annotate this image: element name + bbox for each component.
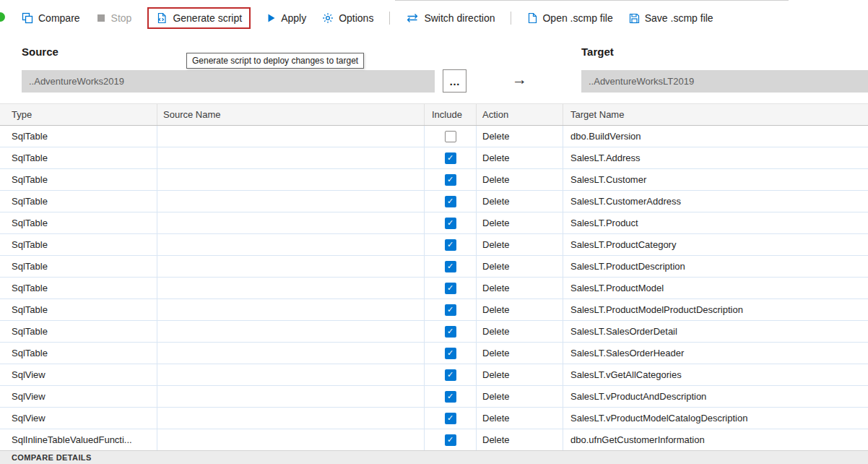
action-cell: Delete [477, 256, 563, 277]
target-name-cell: SalesLT.vProductAndDescription [563, 386, 868, 407]
action-cell: Delete [477, 299, 563, 320]
compare-details-panel-header[interactable]: COMPARE DETAILS [0, 450, 868, 464]
toolbar-separator [511, 12, 511, 25]
type-cell: SqlTable [0, 343, 157, 364]
table-row[interactable]: SqlTable✓DeleteSalesLT.ProductDescriptio… [0, 256, 868, 278]
target-input[interactable]: ..AdventureWorksLT2019 [581, 70, 868, 93]
source-name-cell [157, 212, 425, 233]
source-name-cell [157, 299, 425, 320]
stop-button-label: Stop [111, 12, 132, 24]
source-name-cell [157, 429, 425, 450]
include-cell: ✓ [425, 147, 477, 168]
type-cell: SqlTable [0, 299, 157, 320]
target-name-cell: dbo.ufnGetCustomerInformation [563, 429, 868, 450]
include-cell: ✓ [425, 256, 477, 277]
target-name-cell: SalesLT.Product [563, 212, 868, 233]
include-checkbox[interactable]: ✓ [445, 174, 456, 186]
include-cell: ✓ [425, 278, 477, 298]
direction-arrow-icon: → [512, 71, 527, 88]
column-header-action: Action [477, 104, 563, 125]
include-checkbox[interactable]: ✓ [445, 348, 456, 359]
include-checkbox[interactable]: ✓ [445, 261, 456, 272]
table-row[interactable]: SqlTable✓DeleteSalesLT.SalesOrderHeader [0, 343, 868, 364]
source-name-cell [157, 364, 425, 385]
target-name-cell: SalesLT.SalesOrderDetail [563, 321, 868, 342]
stop-icon [96, 13, 106, 23]
stop-button[interactable]: Stop [96, 12, 132, 24]
include-cell: ✓ [425, 234, 477, 255]
target-name-cell: SalesLT.ProductModelProductDescription [563, 299, 868, 320]
include-checkbox[interactable]: ✓ [445, 304, 456, 316]
source-name-cell [157, 278, 425, 298]
action-cell: Delete [477, 386, 563, 407]
options-button[interactable]: Options [322, 12, 373, 24]
source-name-cell [157, 169, 425, 190]
table-row[interactable]: SqlInlineTableValuedFuncti...✓Deletedbo.… [0, 429, 868, 451]
target-label: Target [581, 46, 614, 58]
table-row[interactable]: SqlTable✓DeleteSalesLT.Address [0, 147, 868, 169]
type-cell: SqlTable [0, 191, 157, 212]
action-cell: Delete [477, 147, 563, 168]
include-checkbox[interactable]: ✓ [445, 391, 456, 403]
switch-direction-button[interactable]: Switch direction [406, 12, 495, 24]
table-row[interactable]: SqlView✓DeleteSalesLT.vProductModelCatal… [0, 408, 868, 429]
target-name-cell: SalesLT.SalesOrderHeader [563, 343, 868, 364]
generate-script-button-label: Generate script [173, 12, 242, 24]
include-checkbox[interactable]: ✓ [445, 326, 456, 338]
type-cell: SqlTable [0, 147, 157, 168]
target-name-cell: SalesLT.ProductCategory [563, 234, 868, 255]
table-row[interactable]: SqlTable✓DeleteSalesLT.ProductModel [0, 278, 868, 299]
include-checkbox[interactable]: ✓ [445, 283, 456, 294]
open-scmp-file-button[interactable]: Open .scmp file [527, 12, 612, 24]
include-checkbox[interactable]: ✓ [445, 196, 456, 207]
include-cell: ✓ [425, 299, 477, 320]
source-name-cell [157, 386, 425, 407]
action-cell: Delete [477, 343, 563, 364]
include-checkbox[interactable]: ✓ [445, 434, 456, 446]
apply-button[interactable]: Apply [266, 12, 306, 24]
table-row[interactable]: SqlView✓DeleteSalesLT.vGetAllCategories [0, 364, 868, 386]
include-checkbox[interactable]: ✓ [445, 413, 456, 424]
type-cell: SqlView [0, 364, 157, 385]
toolbar-separator [389, 12, 390, 25]
table-body: SqlTableDeletedbo.BuildVersionSqlTable✓D… [0, 126, 868, 451]
include-checkbox[interactable] [445, 131, 456, 142]
table-row[interactable]: SqlTableDeletedbo.BuildVersion [0, 126, 868, 147]
table-row[interactable]: SqlTable✓DeleteSalesLT.Product [0, 212, 868, 234]
save-scmp-file-button[interactable]: Save .scmp file [629, 12, 713, 24]
source-browse-button[interactable]: … [443, 69, 466, 93]
source-name-cell [157, 256, 425, 277]
target-name-cell: SalesLT.vProductModelCatalogDescription [563, 408, 868, 429]
table-row[interactable]: SqlView✓DeleteSalesLT.vProductAndDescrip… [0, 386, 868, 408]
include-checkbox[interactable]: ✓ [445, 239, 456, 251]
include-checkbox[interactable]: ✓ [445, 369, 456, 381]
table-row[interactable]: SqlTable✓DeleteSalesLT.SalesOrderDetail [0, 321, 868, 343]
table-row[interactable]: SqlTable✓DeleteSalesLT.CustomerAddress [0, 191, 868, 212]
table-row[interactable]: SqlTable✓DeleteSalesLT.ProductCategory [0, 234, 868, 256]
include-checkbox[interactable]: ✓ [445, 218, 456, 229]
column-header-include: Include [425, 104, 477, 125]
generate-script-tooltip: Generate script to deploy changes to tar… [186, 53, 364, 69]
source-label: Source [22, 46, 58, 58]
save-file-icon [629, 13, 640, 24]
type-cell: SqlTable [0, 321, 157, 342]
generate-script-button[interactable]: Generate script [156, 12, 242, 24]
type-cell: SqlTable [0, 212, 157, 233]
type-cell: SqlView [0, 386, 157, 407]
table-row[interactable]: SqlTable✓DeleteSalesLT.ProductModelProdu… [0, 299, 868, 321]
source-name-cell [157, 234, 425, 255]
source-input[interactable]: ..AdventureWorks2019 [22, 70, 435, 93]
action-cell: Delete [477, 126, 563, 147]
switch-direction-button-label: Switch direction [424, 12, 495, 24]
type-cell: SqlInlineTableValuedFuncti... [0, 429, 157, 450]
include-checkbox[interactable]: ✓ [445, 152, 456, 164]
compare-button[interactable]: Compare [22, 12, 80, 24]
options-button-label: Options [339, 12, 373, 24]
switch-direction-icon [406, 13, 419, 23]
table-row[interactable]: SqlTable✓DeleteSalesLT.Customer [0, 169, 868, 191]
target-name-cell: SalesLT.ProductDescription [563, 256, 868, 277]
source-name-cell [157, 321, 425, 342]
action-cell: Delete [477, 234, 563, 255]
type-cell: SqlTable [0, 256, 157, 277]
toolbar: Compare Stop Generate script Apply [0, 0, 868, 36]
